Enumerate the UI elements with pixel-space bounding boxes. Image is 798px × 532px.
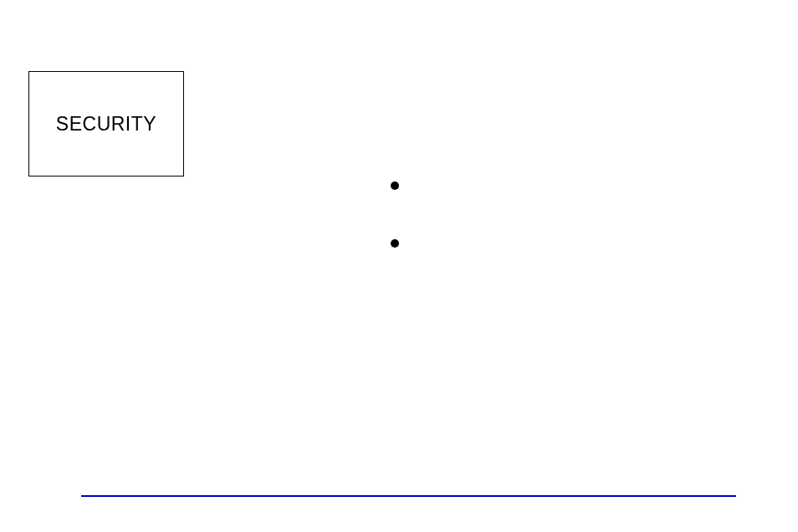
horizontal-rule bbox=[81, 495, 736, 497]
bullet-icon bbox=[391, 239, 399, 248]
security-label: SECURITY bbox=[56, 113, 156, 136]
bullet-icon bbox=[391, 182, 399, 190]
security-box: SECURITY bbox=[28, 71, 184, 176]
